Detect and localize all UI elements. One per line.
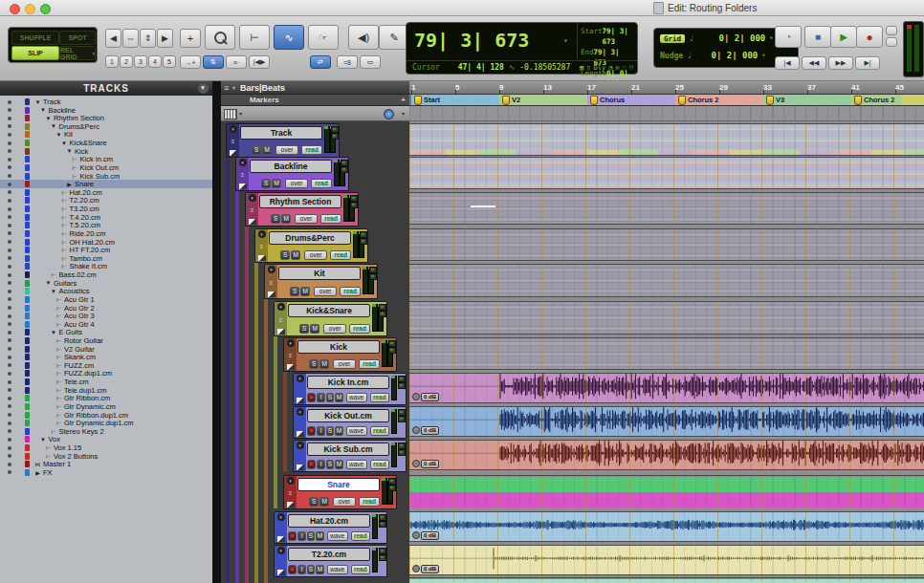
track-type-icon[interactable]: ▼ [55,132,62,138]
playlist-icon[interactable]: ≡ [251,207,254,213]
solo-button[interactable]: S [261,179,271,188]
show-hide-dot[interactable] [8,248,11,252]
show-hide-dot[interactable] [8,124,11,128]
fader-view-icon[interactable] [287,502,295,507]
track-type-icon[interactable]: ▼ [61,140,68,146]
zoom-preset-3[interactable]: 3 [134,55,147,68]
show-hide-dot[interactable] [8,165,11,169]
status-icon-6[interactable]: M [629,64,633,72]
automation-mode-button[interactable]: read [370,426,389,436]
marker-chorus[interactable]: Chorus [587,95,676,105]
solo-button[interactable]: S [326,393,334,402]
markers-ruler-row[interactable]: Markers + [221,95,409,106]
automation-mode-button[interactable]: read [340,287,361,296]
show-hide-dot[interactable] [8,397,11,400]
clip-lane-kick-sub-cm[interactable]: ◦0 dB [409,440,924,470]
solo-button[interactable]: S [307,565,315,574]
clip-volume-badge[interactable]: ◦0 dB [412,565,439,572]
show-hide-dot[interactable] [8,446,11,450]
track-type-icon[interactable]: ⊢ [55,370,62,377]
automation-mode-button[interactable]: read [301,145,322,155]
grabber-tool[interactable]: ☞ [308,25,339,50]
show-hide-dot[interactable] [8,265,11,269]
meter-option-box[interactable] [360,238,367,245]
show-hide-dot[interactable] [8,231,11,235]
mute-button[interactable]: M [310,324,319,334]
track-name[interactable]: Backline [250,160,332,173]
fader-view-icon[interactable] [297,464,304,470]
mute-button[interactable]: M [335,426,342,436]
clip-lane-snare[interactable] [409,475,924,507]
playlist-icon[interactable]: ≡ [289,353,293,358]
main-counter-value[interactable]: 79| 3| 673 [414,29,529,52]
clip-lane-drums-perc[interactable] [409,228,924,261]
fader-view-icon[interactable] [297,398,304,403]
show-hide-dot[interactable] [8,413,11,417]
show-hide-dot[interactable] [8,463,11,466]
meter-option-box[interactable] [388,485,396,491]
meter-option-box[interactable] [398,443,406,449]
meter-option-box[interactable] [388,347,396,354]
show-hide-dot[interactable] [8,388,11,392]
collapse-toggle-icon[interactable]: ▾ [297,442,304,449]
track-type-icon[interactable]: ⊢ [61,222,68,228]
playlist-icon[interactable]: ≡ [241,172,245,178]
collapse-toggle-icon[interactable]: ▾ [277,547,285,554]
track-type-icon[interactable]: ▼ [45,280,52,286]
tab-to-transient-button[interactable]: →+ [180,55,201,69]
track-type-icon[interactable]: ⊢ [55,305,62,312]
track-header-kick-sub-cm[interactable]: ▾Kick Sub.cmISMwaveread [293,440,407,472]
rel-grid-dropdown-icon[interactable]: ▾ [92,51,95,56]
collapse-toggle-icon[interactable]: ▾ [297,375,304,382]
automation-mode-button[interactable]: read [349,324,370,334]
show-hide-dot[interactable] [8,290,11,293]
track-type-icon[interactable]: ⊢ [55,412,62,419]
track-type-icon[interactable]: ⊢ [61,205,68,212]
track-type-icon[interactable]: ▼ [45,116,52,121]
track-view-selector[interactable]: over [304,250,327,260]
track-type-icon[interactable]: ⊢ [55,378,62,385]
nudge-value[interactable]: 0| 2| 000 [712,51,759,60]
track-view-selector[interactable]: over [323,324,346,334]
solo-button[interactable]: S [299,324,309,334]
meter-option-box[interactable] [360,231,367,238]
collapse-toggle-icon[interactable]: ▾ [249,194,256,202]
tracks-panel-menu-button[interactable]: ▾ [198,83,209,94]
automation-mode-button[interactable]: read [320,214,341,224]
link-track-button[interactable]: =8 [337,55,358,69]
selector-tool[interactable]: ∿ [274,25,304,50]
solo-button[interactable]: S [290,287,299,296]
mute-button[interactable]: M [335,393,342,402]
show-hide-dot[interactable] [8,363,11,367]
mute-button[interactable]: M [335,460,342,469]
meter-option-box[interactable] [350,195,358,202]
track-list-item-fx[interactable]: ▶FX [0,468,212,477]
grid-dropdown-icon[interactable]: ▾ [769,34,773,42]
track-type-icon[interactable]: ⊢ [72,156,78,162]
track-name[interactable]: Hat.20.cm [288,514,370,528]
automation-mode-button[interactable]: read [359,359,380,369]
mute-button[interactable]: M [319,359,329,369]
show-hide-dot[interactable] [8,141,11,145]
playlist-icon[interactable]: ≡ [279,317,283,323]
grid-value[interactable]: 0| 2| 000 [718,33,765,43]
fader-view-icon[interactable] [277,570,285,575]
bars-beats-ruler[interactable]: 159131721252933374145 [409,81,924,95]
play-button[interactable]: ▶ [830,26,857,48]
show-hide-dot[interactable] [8,100,11,104]
clip-lane-backline[interactable] [409,157,924,189]
track-type-icon[interactable]: ⊢ [61,263,68,270]
input-monitor-button[interactable]: I [317,393,324,402]
track-type-icon[interactable]: ⊢ [51,428,57,435]
linearity-icon[interactable] [384,109,394,119]
horizontal-zoom-icon[interactable]: ⇔ [122,29,139,48]
status-icon-0[interactable]: ▤ [580,64,583,72]
record-enable-button[interactable] [307,460,316,469]
show-hide-dot[interactable] [8,183,11,186]
meter-option-box[interactable] [350,202,358,208]
mute-button[interactable]: M [262,145,272,155]
input-monitor-button[interactable]: I [297,531,305,541]
track-name[interactable]: Track [240,126,322,140]
online-button[interactable]: ◔ [775,26,802,48]
fader-view-icon[interactable] [239,184,247,189]
